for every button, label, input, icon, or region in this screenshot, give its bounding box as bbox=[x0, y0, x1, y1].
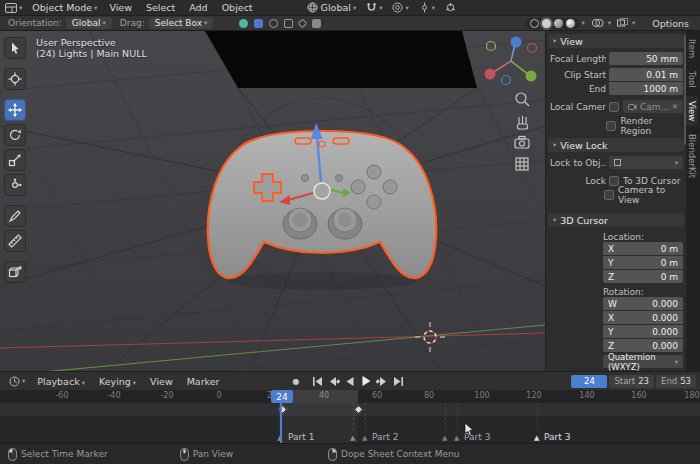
tab-item[interactable]: Item bbox=[686, 34, 698, 63]
caret-down-icon[interactable]: ▾ bbox=[582, 19, 585, 27]
frame-start-field[interactable]: Start23 bbox=[609, 375, 654, 388]
nav-gizmo[interactable] bbox=[485, 37, 537, 85]
play-reverse-button[interactable] bbox=[342, 374, 358, 388]
timeline-menu-marker[interactable]: Marker bbox=[180, 376, 227, 387]
increment-snap-icon[interactable] bbox=[298, 18, 308, 28]
rotation-w-field[interactable]: W0.000 bbox=[603, 297, 683, 310]
view-button[interactable] bbox=[302, 175, 309, 182]
tool-add-primitive[interactable] bbox=[4, 261, 26, 283]
marker-label-part1[interactable]: Part 1 bbox=[288, 432, 314, 442]
rotation-y-field[interactable]: Y0.000 bbox=[603, 325, 683, 338]
rotation-mode-dropdown[interactable]: Quaternion (WXYZ) ▾ bbox=[603, 355, 683, 368]
location-y-field[interactable]: Y0 m bbox=[603, 256, 683, 269]
tool-rotate[interactable] bbox=[4, 124, 26, 146]
nav-z-neg[interactable] bbox=[502, 76, 511, 85]
button-y[interactable] bbox=[367, 165, 381, 179]
nav-y-neg[interactable] bbox=[487, 42, 496, 51]
local-camera-field[interactable]: Cam... ✕ bbox=[623, 100, 683, 113]
tool-transform[interactable] bbox=[4, 174, 26, 196]
timeline-menu-keying[interactable]: Keying▾ bbox=[92, 376, 143, 387]
absolute-grid-icon[interactable] bbox=[312, 19, 321, 28]
caret-down-icon[interactable]: ▾ bbox=[608, 19, 611, 27]
options-button[interactable]: Options bbox=[645, 18, 696, 29]
menu-select[interactable]: Select bbox=[139, 2, 182, 13]
transform-orientation-dropdown[interactable]: Global ▾ bbox=[302, 1, 362, 14]
controller-model[interactable] bbox=[208, 131, 436, 278]
button-x[interactable] bbox=[351, 180, 365, 194]
next-keyframe-button[interactable] bbox=[374, 374, 390, 388]
render-region-checkbox[interactable] bbox=[606, 121, 616, 131]
button-a[interactable] bbox=[367, 195, 381, 209]
zoom-icon[interactable] bbox=[516, 93, 529, 106]
drag-mode-dropdown[interactable]: Select Box ▾ bbox=[149, 17, 214, 29]
menu-add[interactable]: Add bbox=[182, 2, 214, 13]
button-b[interactable] bbox=[383, 180, 397, 194]
tool-annotate[interactable] bbox=[4, 205, 26, 227]
tool-orientation-dropdown[interactable]: Global ▾ bbox=[66, 17, 112, 29]
mode-dropdown[interactable]: Object Mode ▾ bbox=[27, 1, 102, 14]
menu-object[interactable]: Object bbox=[215, 2, 260, 13]
tool-move[interactable] bbox=[4, 99, 26, 121]
tool-select-box[interactable] bbox=[4, 37, 26, 59]
marker-triangle[interactable]: ▲ bbox=[350, 434, 355, 442]
focal-length-field[interactable]: 50 mm bbox=[609, 52, 683, 65]
pivot-point-toggle[interactable]: ▾ bbox=[414, 1, 440, 14]
location-z-field[interactable]: Z0 m bbox=[603, 270, 683, 283]
nav-z-axis[interactable] bbox=[511, 37, 522, 48]
tab-tool[interactable]: Tool bbox=[686, 66, 698, 93]
solid-shading-icon[interactable] bbox=[542, 19, 551, 28]
rotation-x-field[interactable]: X0.000 bbox=[603, 311, 683, 324]
auto-key-button[interactable]: ● bbox=[288, 374, 304, 388]
wireframe-shading-icon[interactable] bbox=[530, 19, 539, 28]
close-icon[interactable]: ✕ bbox=[672, 102, 678, 111]
xray-icon[interactable] bbox=[617, 18, 628, 28]
material-shading-icon[interactable] bbox=[554, 19, 563, 28]
jump-to-start-button[interactable] bbox=[310, 374, 326, 388]
tab-view[interactable]: View bbox=[686, 96, 698, 126]
timeline-editor-selector[interactable]: ▾ bbox=[4, 375, 30, 388]
tool-scale[interactable] bbox=[4, 149, 26, 171]
nav-x-axis[interactable] bbox=[485, 69, 496, 80]
tool-measure[interactable] bbox=[4, 230, 26, 252]
toggle-ortho-icon[interactable] bbox=[516, 158, 528, 170]
current-frame-field[interactable]: 24 bbox=[571, 375, 607, 388]
falloff-icon[interactable] bbox=[269, 19, 278, 28]
timeline-menu-view[interactable]: View bbox=[143, 376, 180, 387]
frame-end-field[interactable]: End53 bbox=[656, 375, 696, 388]
grid-snap-icon[interactable] bbox=[284, 19, 293, 28]
tool-cursor[interactable] bbox=[4, 68, 26, 90]
menu-button[interactable] bbox=[336, 175, 343, 182]
panel-header-3d-cursor[interactable]: ▾ 3D Cursor bbox=[548, 213, 684, 227]
prev-keyframe-button[interactable] bbox=[326, 374, 342, 388]
clip-end-field[interactable]: 1000 m bbox=[609, 82, 683, 95]
pan-hand-icon[interactable] bbox=[518, 116, 528, 129]
camera-view-icon[interactable] bbox=[515, 137, 529, 149]
proportional-edit-toggle[interactable]: ▾ bbox=[387, 1, 413, 14]
clip-start-field[interactable]: 0.01 m bbox=[609, 68, 683, 81]
gizmo-toggle[interactable] bbox=[440, 1, 461, 14]
timeline-menu-playback[interactable]: Playback▾ bbox=[30, 376, 92, 387]
play-button[interactable] bbox=[358, 374, 374, 388]
jump-to-end-button[interactable] bbox=[390, 374, 406, 388]
camera-to-view-checkbox[interactable] bbox=[604, 190, 614, 200]
panel-header-view-lock[interactable]: ▾ View Lock bbox=[548, 138, 684, 152]
rotation-z-field[interactable]: Z0.000 bbox=[603, 339, 683, 352]
viewport-3d[interactable]: User Perspective (24) Lights | Main NULL bbox=[0, 31, 545, 371]
location-x-field[interactable]: X0 m bbox=[603, 242, 683, 255]
vertex-snap-icon[interactable] bbox=[239, 19, 248, 28]
light-plane[interactable] bbox=[205, 31, 477, 88]
lock-to-object-field[interactable]: ▾ bbox=[609, 156, 683, 169]
rendered-shading-icon[interactable] bbox=[566, 19, 575, 28]
overlays-icon[interactable] bbox=[591, 18, 604, 28]
editor-type-selector[interactable]: ▾ bbox=[0, 1, 27, 14]
nav-x-neg[interactable] bbox=[528, 44, 537, 53]
panel-header-view[interactable]: ▾ View bbox=[548, 34, 684, 48]
menu-view[interactable]: View bbox=[102, 2, 139, 13]
snap-toggle[interactable]: ▾ bbox=[361, 1, 387, 14]
nav-y-axis[interactable] bbox=[526, 71, 537, 82]
tab-blenderkit[interactable]: BlenderKit bbox=[686, 129, 698, 183]
caret-down-icon[interactable]: ▾ bbox=[632, 19, 635, 27]
object-snap-icon[interactable] bbox=[254, 19, 263, 28]
local-camera-checkbox[interactable] bbox=[609, 102, 619, 112]
playhead-badge[interactable]: 24 bbox=[271, 390, 293, 403]
